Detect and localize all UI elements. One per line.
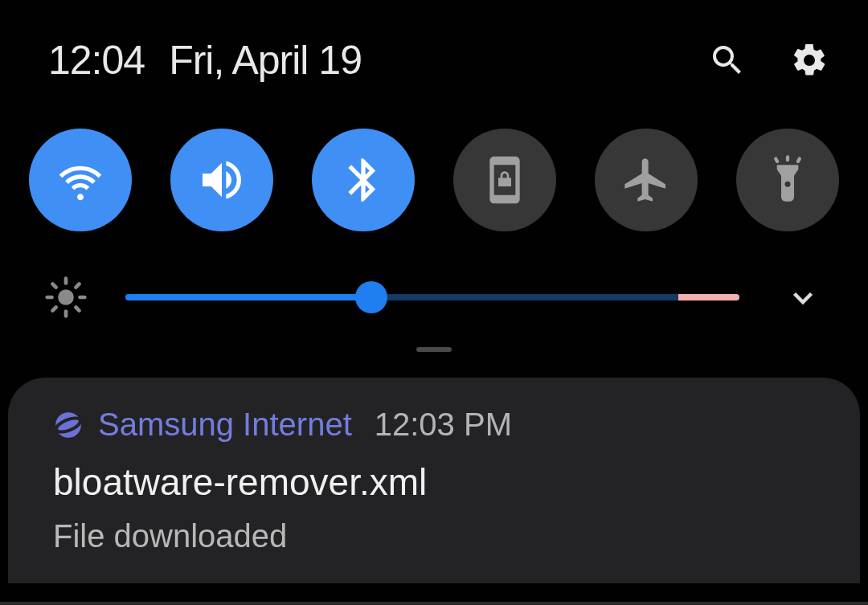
bottom-divider — [0, 602, 868, 605]
bluetooth-toggle[interactable] — [312, 129, 415, 231]
svg-line-11 — [52, 307, 55, 310]
svg-line-10 — [76, 307, 79, 310]
bluetooth-icon — [338, 154, 389, 206]
search-icon[interactable] — [707, 40, 747, 80]
svg-rect-1 — [786, 155, 789, 161]
rotation-lock-toggle[interactable] — [453, 129, 556, 231]
svg-line-9 — [52, 284, 55, 287]
svg-point-0 — [785, 182, 791, 187]
notification-body: File downloaded — [53, 518, 815, 554]
notification-card[interactable]: Samsung Internet 12:03 PM bloatware-remo… — [8, 378, 860, 583]
flashlight-icon — [762, 154, 813, 206]
status-date: Fri, April 19 — [169, 37, 362, 84]
flashlight-toggle[interactable] — [736, 129, 839, 231]
wifi-toggle[interactable] — [29, 129, 132, 231]
airplane-mode-toggle[interactable] — [595, 129, 698, 231]
settings-gear-icon[interactable] — [789, 40, 829, 80]
notification-time: 12:03 PM — [375, 407, 512, 443]
panel-drag-handle[interactable] — [416, 347, 452, 352]
samsung-internet-icon — [53, 410, 84, 440]
expand-chevron-icon[interactable] — [786, 280, 820, 314]
brightness-icon — [43, 275, 88, 320]
svg-rect-3 — [796, 157, 802, 164]
sound-icon — [196, 154, 248, 206]
brightness-slider[interactable] — [125, 281, 739, 313]
svg-rect-2 — [773, 157, 780, 164]
rotation-lock-icon — [479, 154, 530, 206]
sound-toggle[interactable] — [170, 129, 273, 231]
quick-settings-row — [0, 88, 868, 231]
svg-line-12 — [76, 284, 79, 287]
airplane-icon — [620, 154, 672, 206]
status-time: 12:04 — [48, 37, 145, 84]
notification-title: bloatware-remover.xml — [53, 460, 815, 504]
notification-app-name: Samsung Internet — [98, 407, 352, 443]
svg-point-4 — [58, 289, 74, 305]
wifi-icon — [55, 154, 106, 206]
brightness-slider-thumb[interactable] — [355, 281, 387, 313]
